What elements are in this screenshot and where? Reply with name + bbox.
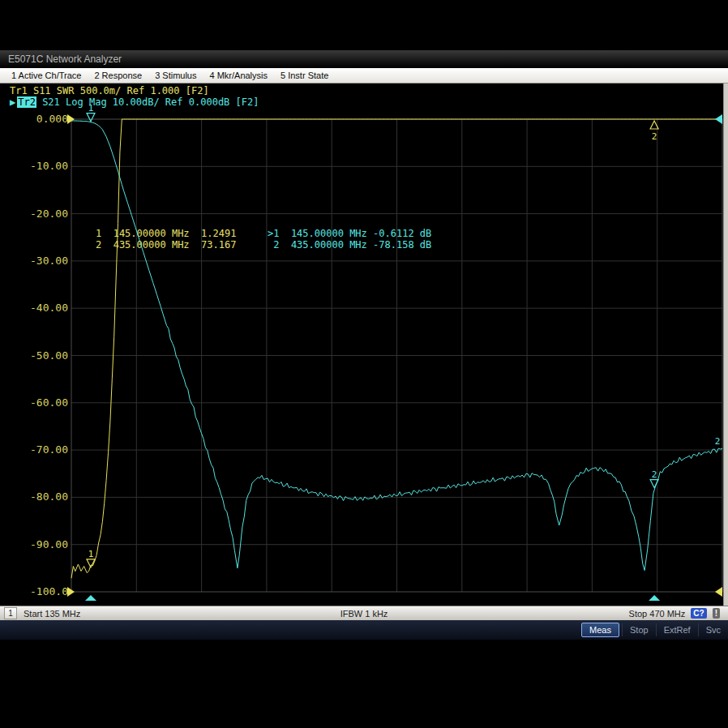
marker1-stimulus-triangle[interactable] bbox=[85, 595, 96, 601]
y-axis-tick-label: -70.00 bbox=[30, 443, 68, 456]
y-axis-tick-label: -10.00 bbox=[30, 160, 68, 172]
y-axis-tick-label: -80.00 bbox=[30, 490, 68, 503]
y-axis-tick-label: -60.00 bbox=[30, 396, 68, 409]
y-axis-tick-label: -90.00 bbox=[30, 538, 68, 550]
y-axis-tick-label: -20.00 bbox=[30, 208, 68, 220]
y-axis-tick-label: -100.0 bbox=[30, 585, 68, 597]
ref-position-arrow-right-top[interactable] bbox=[715, 114, 722, 124]
y-axis-tick-label: -40.00 bbox=[30, 302, 68, 314]
ref-position-arrow-right-bottom[interactable] bbox=[715, 587, 722, 597]
marker2-stimulus-triangle[interactable] bbox=[649, 595, 660, 601]
extref-button[interactable]: ExtRef bbox=[656, 623, 698, 636]
y-axis-tick-label: -50.00 bbox=[30, 349, 68, 362]
marker1-tr2-number: 1 bbox=[88, 103, 94, 113]
marker1-tr2-symbol[interactable] bbox=[87, 113, 95, 122]
ifbw-readout: IFBW 1 kHz bbox=[0, 609, 728, 619]
trace2-end-number: 2 bbox=[715, 436, 721, 447]
softkey-scroll-strip bbox=[723, 84, 728, 606]
stop-button[interactable]: Stop bbox=[622, 623, 656, 636]
marker1-tr1-number: 1 bbox=[88, 549, 94, 559]
y-axis-tick-label: 0.000 bbox=[36, 113, 68, 125]
instrument-status-bar: Meas Stop ExtRef Svc bbox=[0, 620, 728, 640]
meas-button[interactable]: Meas bbox=[581, 623, 619, 637]
svc-button[interactable]: Svc bbox=[698, 623, 728, 636]
marker2-tr2-number: 2 bbox=[652, 469, 657, 480]
status-bar: 1 Start 135 MHz IFBW 1 kHz Stop 470 MHz … bbox=[0, 606, 728, 620]
marker2-tr1-number: 2 bbox=[652, 131, 657, 142]
y-axis-tick-label: -30.00 bbox=[30, 255, 68, 267]
